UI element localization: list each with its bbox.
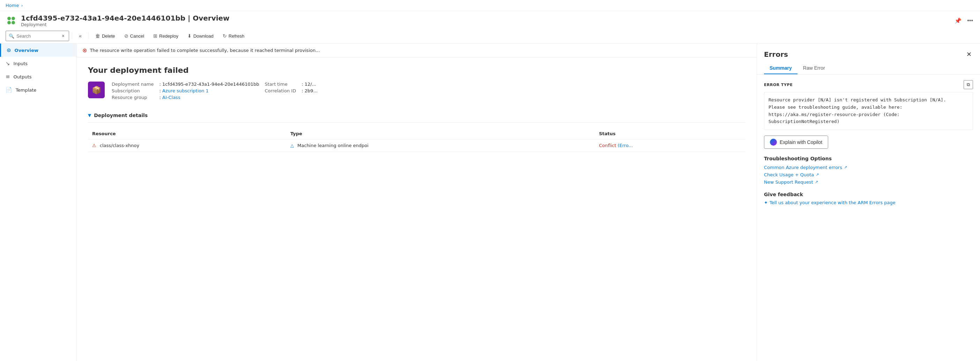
download-icon: ⬇ — [188, 33, 192, 39]
download-label: Download — [193, 33, 213, 39]
row-resource: ⚠ class/class-xhnoy — [88, 139, 286, 152]
breadcrumb-separator: › — [21, 3, 23, 8]
troubleshooting-links: Common Azure deployment errors ↗ Check U… — [764, 165, 973, 185]
page-header: 1cfd4395-e732-43a1-94e4-20e1446101bb | O… — [0, 11, 980, 28]
collapse-button[interactable]: « — [75, 31, 86, 41]
page-subtitle: Deployment — [21, 22, 949, 27]
resource-group-link[interactable]: AI-Class — [162, 95, 180, 100]
pin-button[interactable]: 📌 — [953, 16, 963, 25]
deployment-details-table: Resource Type Status ⚠ class/class-xhnoy — [88, 128, 746, 152]
svg-point-1 — [11, 17, 15, 20]
sidebar-label-template: Template — [16, 87, 36, 93]
sidebar-label-overview: Overview — [15, 48, 39, 53]
delete-label: Delete — [102, 33, 115, 39]
deployment-box-icon: 📦 — [92, 86, 101, 95]
errors-panel-title: Errors — [764, 50, 788, 59]
breadcrumb: Home › — [0, 0, 980, 11]
toolbar-separator-1 — [72, 32, 72, 40]
error-banner: ⊗ The resource write operation failed to… — [77, 44, 757, 57]
error-circle-icon: ⊗ — [83, 47, 87, 54]
errors-panel-body: ERROR TYPE ⧉ Resource provider [N/A] isn… — [757, 74, 980, 361]
overview-icon: ⊙ — [6, 47, 11, 53]
ml-type-icon: △ — [290, 143, 294, 148]
sidebar-item-template[interactable]: 📄 Template — [0, 83, 76, 97]
cancel-label: Cancel — [130, 33, 144, 39]
chevron-down-icon: ▼ — [88, 113, 91, 118]
check-usage-quota-link[interactable]: Check Usage + Quota ↗ — [764, 172, 973, 177]
redeploy-label: Redeploy — [159, 33, 178, 39]
row-type: △ Machine learning online endpoi — [286, 139, 595, 152]
page-title: 1cfd4395-e732-43a1-94e4-20e1446101bb | O… — [21, 14, 949, 22]
cancel-button[interactable]: ⊘ Cancel — [120, 31, 148, 41]
refresh-button[interactable]: ↻ Refresh — [219, 31, 248, 41]
common-errors-label: Common Azure deployment errors — [764, 165, 842, 170]
feedback-title: Give feedback — [764, 192, 973, 197]
copy-error-button[interactable]: ⧉ — [964, 80, 973, 89]
search-icon: 🔍 — [9, 33, 14, 39]
template-icon: 📄 — [6, 87, 12, 93]
tab-raw-error[interactable]: Raw Error — [797, 62, 830, 74]
error-type-row: ERROR TYPE ⧉ — [764, 80, 973, 89]
tab-summary[interactable]: Summary — [764, 62, 797, 74]
home-link[interactable]: Home — [6, 3, 19, 8]
deployment-failed-title: Your deployment failed — [88, 66, 746, 74]
feedback-icon: ✦ — [764, 200, 768, 205]
error-text-box: Resource provider [N/A] isn't registered… — [764, 92, 973, 130]
start-time-value: : 12/... — [302, 82, 401, 87]
sidebar: ⊙ Overview ↘ Inputs ≡ Outputs 📄 Template — [0, 44, 77, 361]
toolbar-separator-2 — [88, 32, 89, 40]
clear-search-button[interactable]: × — [60, 32, 66, 40]
deployment-name-value: : 1cfd4395-e732-43a1-94e4-20e1446101bb — [159, 82, 259, 87]
outputs-icon: ≡ — [6, 73, 10, 80]
resource-group-label: Resource group — [112, 95, 154, 100]
delete-button[interactable]: 🗑 Delete — [91, 31, 119, 41]
col-status-header: Status — [595, 128, 746, 139]
collapse-icon: « — [79, 33, 82, 39]
copilot-icon — [770, 139, 777, 146]
sidebar-item-overview[interactable]: ⊙ Overview — [0, 44, 76, 57]
error-type-label: ERROR TYPE — [764, 82, 792, 87]
col-type-header: Type — [286, 128, 595, 139]
resource-group-value: : AI-Class — [159, 95, 259, 100]
inputs-icon: ↘ — [6, 60, 10, 66]
more-button[interactable]: ••• — [966, 16, 974, 25]
common-errors-link[interactable]: Common Azure deployment errors ↗ — [764, 165, 973, 170]
subscription-link[interactable]: Azure subscription 1 — [162, 88, 209, 93]
row-status-value: Conflict — [599, 143, 616, 148]
external-link-icon-3: ↗ — [815, 180, 818, 184]
search-box: 🔍 × — [6, 31, 69, 41]
main-layout: ⊙ Overview ↘ Inputs ≡ Outputs 📄 Template… — [0, 44, 980, 361]
svg-point-2 — [7, 21, 11, 24]
correlation-id-value: : 2b9... — [302, 88, 401, 93]
deployment-details-section-header[interactable]: ▼ Deployment details — [88, 108, 746, 123]
row-status: Conflict (Erro... — [595, 139, 746, 152]
row-type-value: Machine learning online endpoi — [298, 143, 369, 148]
download-button[interactable]: ⬇ Download — [184, 31, 218, 41]
deployment-name-label: Deployment name — [112, 82, 154, 87]
copy-icon: ⧉ — [967, 82, 970, 87]
error-banner-text: The resource write operation failed to c… — [90, 48, 320, 53]
col-resource-header: Resource — [88, 128, 286, 139]
redeploy-icon: ⊞ — [153, 33, 158, 39]
feedback-link[interactable]: ✦ Tell us about your experience with the… — [764, 200, 973, 205]
errors-tabs: Summary Raw Error — [757, 62, 980, 74]
header-actions: 📌 ••• — [953, 16, 974, 25]
search-input[interactable] — [16, 33, 58, 39]
row-status-link[interactable]: (Erro... — [618, 143, 633, 148]
feedback-link-text: Tell us about your experience with the A… — [770, 200, 896, 205]
refresh-icon: ↻ — [223, 33, 227, 39]
deployment-details-grid: Deployment name : 1cfd4395-e732-43a1-94e… — [112, 82, 401, 100]
external-link-icon-2: ↗ — [816, 173, 819, 177]
deployment-info-card: 📦 Deployment name : 1cfd4395-e732-43a1-9… — [88, 82, 746, 100]
close-errors-panel-button[interactable]: ✕ — [965, 49, 973, 60]
explain-with-copilot-button[interactable]: Explain with Copilot — [764, 136, 828, 149]
new-support-request-link[interactable]: New Support Request ↗ — [764, 179, 973, 185]
sidebar-item-outputs[interactable]: ≡ Outputs — [0, 70, 76, 83]
content-area: ⊗ The resource write operation failed to… — [77, 44, 757, 361]
redeploy-button[interactable]: ⊞ Redeploy — [150, 31, 182, 41]
sidebar-item-inputs[interactable]: ↘ Inputs — [0, 57, 76, 70]
deployment-icon-box: 📦 — [88, 82, 105, 98]
cancel-icon: ⊘ — [124, 33, 129, 39]
azure-deployment-icon — [6, 15, 17, 26]
refresh-label: Refresh — [229, 33, 245, 39]
